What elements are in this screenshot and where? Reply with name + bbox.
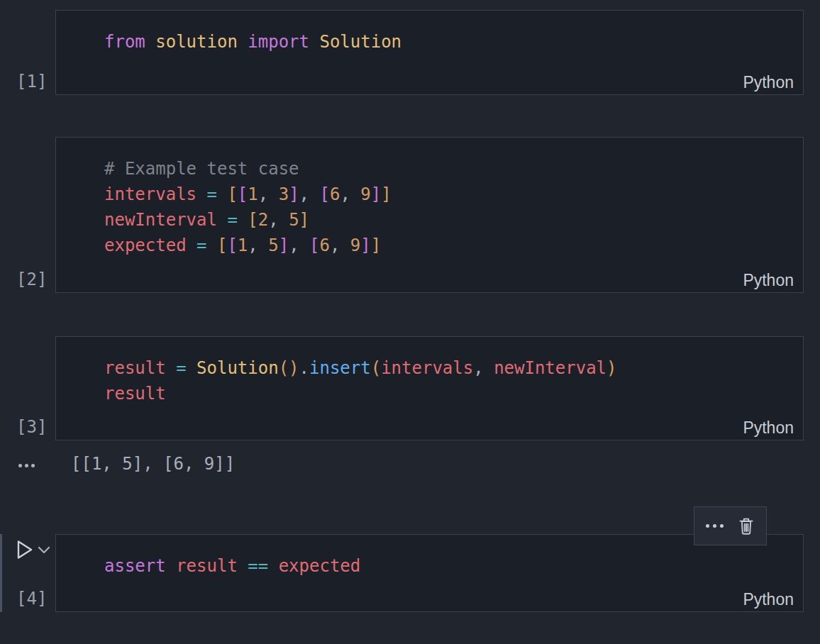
execution-count-4: [4] <box>16 589 47 609</box>
code-line: result <box>104 381 803 406</box>
play-icon <box>14 538 34 561</box>
more-actions-button[interactable] <box>702 512 726 540</box>
trash-icon <box>737 516 755 536</box>
output-collapse-icon <box>18 464 22 467</box>
run-dropdown-button[interactable] <box>37 545 51 556</box>
code-line: expected = [[1, 5], [6, 9]] <box>104 233 803 258</box>
run-cell-button[interactable] <box>14 538 34 561</box>
cell-toolbar <box>694 506 767 545</box>
notebook-page: { "colors": { "page_background": "#21252… <box>0 0 820 644</box>
code-editor-2[interactable]: # Example test caseintervals = [[1, 3], … <box>56 138 803 258</box>
code-editor-4[interactable]: assert result == expected <box>56 535 803 579</box>
cell-output-text: [[1, 5], [6, 9]] <box>71 454 235 474</box>
delete-cell-button[interactable] <box>734 512 758 540</box>
code-line: from solution import Solution <box>104 29 803 55</box>
chevron-down-icon <box>37 545 51 556</box>
cell-language-picker-2[interactable]: Python <box>743 271 794 290</box>
execution-count-1: [1] <box>16 72 47 91</box>
output-collapse-button[interactable] <box>18 464 37 468</box>
code-cell-4[interactable]: assert result == expected [4] Python <box>55 534 804 612</box>
code-cell-3[interactable]: result = Solution().insert(intervals, ne… <box>55 336 804 440</box>
code-editor-1[interactable]: from solution import Solution <box>56 11 803 55</box>
code-line: newInterval = [2, 5] <box>104 207 803 233</box>
code-cell-1[interactable]: from solution import Solution [1] Python <box>55 10 804 95</box>
code-editor-3[interactable]: result = Solution().insert(intervals, ne… <box>56 337 803 406</box>
code-line: assert result == expected <box>104 553 803 579</box>
more-actions-icon <box>706 524 709 528</box>
execution-count-2: [2] <box>16 270 47 289</box>
cell-language-picker-1[interactable]: Python <box>743 73 794 92</box>
code-cell-2[interactable]: # Example test caseintervals = [[1, 3], … <box>55 137 804 293</box>
cell-focus-indicator <box>0 534 2 612</box>
code-line: # Example test case <box>104 156 803 182</box>
code-line: result = Solution().insert(intervals, ne… <box>104 355 803 381</box>
cell-language-picker-4[interactable]: Python <box>743 590 794 609</box>
execution-count-3: [3] <box>16 417 47 437</box>
cell-output-row: [[1, 5], [6, 9]] <box>0 453 820 481</box>
code-line: intervals = [[1, 3], [6, 9]] <box>104 182 803 207</box>
cell-language-picker-3[interactable]: Python <box>743 418 794 438</box>
